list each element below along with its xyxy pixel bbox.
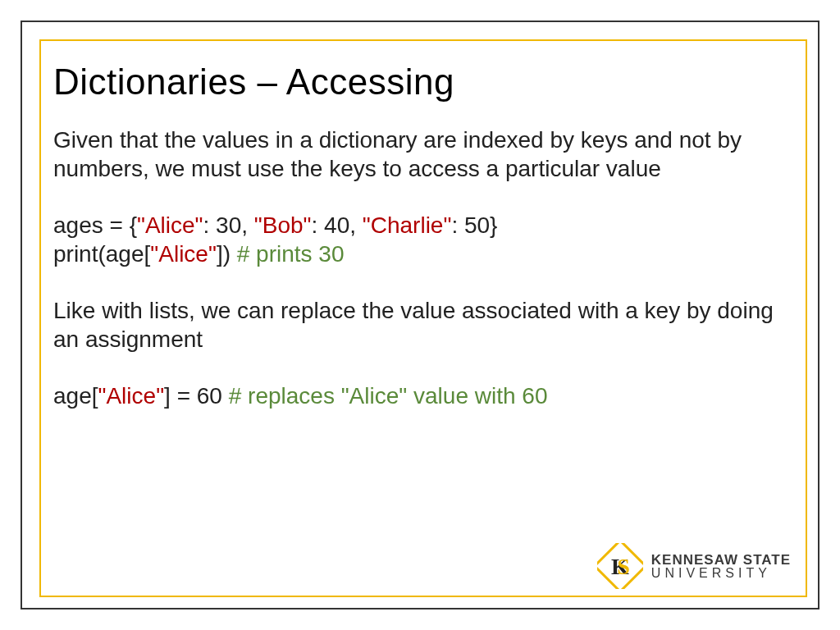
code-comment: # prints 30: [237, 241, 345, 267]
code-text: ] = 60: [164, 383, 229, 409]
slide-content: Dictionaries – Accessing Given that the …: [53, 62, 787, 438]
logo-mark-icon: K S: [597, 543, 643, 589]
logo-line2: UNIVERSITY: [651, 567, 791, 580]
paragraph-1: Given that the values in a dictionary ar…: [53, 126, 787, 183]
code-text: : 30,: [203, 212, 254, 238]
code-block-1: ages = {"Alice": 30, "Bob": 40, "Charlie…: [53, 211, 787, 268]
slide-title: Dictionaries – Accessing: [53, 62, 787, 103]
code-block-2: age["Alice"] = 60 # replaces "Alice" val…: [53, 381, 787, 410]
code-line: ages = {"Alice": 30, "Bob": 40, "Charlie…: [53, 211, 787, 240]
code-string: "Charlie": [363, 212, 452, 238]
code-text: age[: [53, 383, 98, 409]
code-string: "Alice": [150, 241, 217, 267]
paragraph-2: Like with lists, we can replace the valu…: [53, 296, 787, 354]
university-logo: K S KENNESAW STATE UNIVERSITY: [597, 543, 791, 589]
code-string: "Bob": [254, 212, 312, 238]
code-text: : 40,: [312, 212, 363, 238]
code-text: ages = {: [53, 212, 137, 238]
code-string: "Alice": [98, 383, 165, 409]
code-line: print(age["Alice"]) # prints 30: [53, 240, 787, 268]
code-text: ]): [217, 241, 237, 267]
code-string: "Alice": [137, 212, 203, 238]
code-text: print(age[: [53, 241, 150, 267]
code-text: : 50}: [451, 212, 497, 238]
code-line: age["Alice"] = 60 # replaces "Alice" val…: [53, 381, 787, 410]
logo-text: KENNESAW STATE UNIVERSITY: [651, 553, 791, 580]
logo-line1: KENNESAW STATE: [651, 553, 791, 567]
svg-text:S: S: [617, 554, 630, 579]
code-comment: # replaces "Alice" value with 60: [229, 383, 548, 409]
